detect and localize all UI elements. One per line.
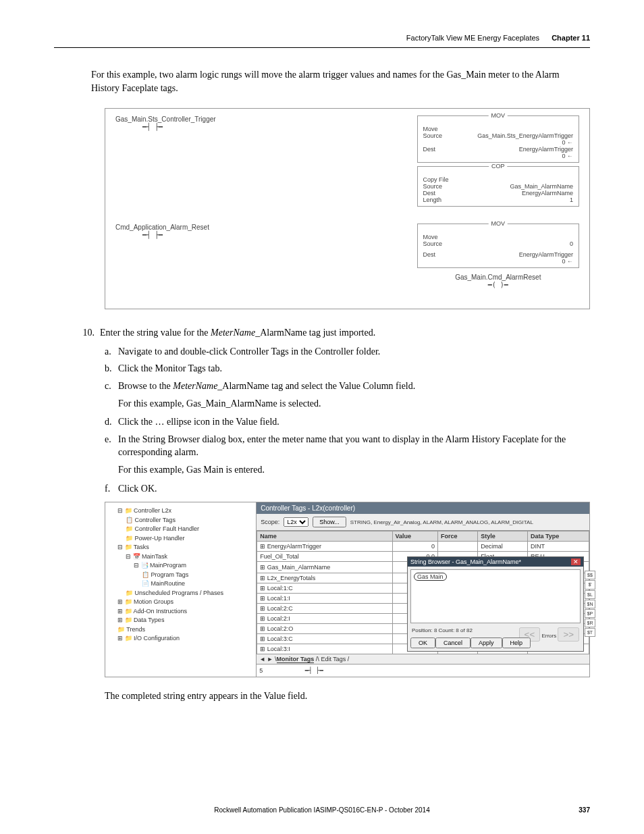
tags-toolbar: Scope: L2x Show... STRING, Energy_Air_An… [257, 514, 589, 531]
help-button[interactable]: Help [502, 637, 531, 648]
mov2-name: Move [423, 234, 573, 240]
col-force[interactable]: Force [437, 531, 477, 542]
tree-trends[interactable]: 📁 Trends [109, 625, 252, 635]
col-datatype[interactable]: Data Type [527, 531, 589, 542]
substep-text: Navigate to and double-click Controller … [118, 345, 590, 359]
next-error-button[interactable]: >> [558, 627, 579, 642]
close-icon[interactable]: ✕ [571, 558, 581, 565]
rung2-tag: Cmd_Application_Alarm_Reset [115, 224, 301, 231]
mov2-dest-val: EnergyAlarmTrigger [519, 251, 573, 258]
tree-tasks[interactable]: ⊟ 📁 Tasks [109, 543, 252, 552]
tree-data-types[interactable]: ⊞ 📁 Data Types [109, 616, 252, 625]
step-number: 10. [78, 326, 100, 340]
cell-name[interactable]: ⊞ Gas_Main_AlarmName [257, 562, 392, 573]
cop-source-val: Gas_Main_AlarmName [510, 183, 573, 190]
scope-select[interactable]: L2x [284, 517, 308, 527]
cancel-button[interactable]: Cancel [435, 637, 471, 648]
cell-name[interactable]: ⊞ Local:3:C [257, 634, 392, 644]
step-10a: a. Navigate to and double-click Controll… [105, 345, 590, 359]
mov-dest-num: 0 ← [562, 153, 573, 159]
string-browser-dialog[interactable]: String Browser - Gas_Main_AlarmName* ✕ G… [407, 556, 584, 652]
step10-prefix: Enter the string value for the [100, 328, 211, 338]
special-char-button[interactable]: $T [585, 628, 595, 637]
xic-contact-icon: ━┤ ├━ [142, 123, 163, 130]
col-name[interactable]: Name [257, 531, 392, 542]
apply-button[interactable]: Apply [471, 637, 502, 648]
special-chars-panel: $$ $' $L $N $P $R $T [585, 571, 595, 637]
mov-source-num: 0 ← [562, 139, 573, 146]
tree-controller-tags[interactable]: 📋 Controller Tags [109, 516, 252, 525]
cell-name[interactable]: ⊞ Local:1:I [257, 594, 392, 604]
table-row[interactable]: ⊞ EnergyAlarmTrigger0DecimalDINT [257, 542, 589, 552]
show-button[interactable]: Show... [313, 517, 346, 527]
cop-dest-label: Dest [423, 190, 436, 197]
string-value-input[interactable]: Gas Main [414, 573, 447, 581]
special-char-button[interactable]: $' [585, 580, 595, 589]
col-value[interactable]: Value [392, 531, 437, 542]
special-char-button[interactable]: $L [585, 590, 595, 599]
mov-dest-val: EnergyAlarmTrigger [519, 146, 573, 153]
tree-unscheduled[interactable]: 📁 Unscheduled Programs / Phases [109, 589, 252, 598]
substep-letter: e. [105, 433, 118, 459]
tree-controller[interactable]: ⊟ 📁 Controller L2x [109, 506, 252, 516]
publication-info: Rockwell Automation Publication IASIMP-Q… [214, 806, 429, 814]
tree-motion-groups[interactable]: ⊞ 📁 Motion Groups [109, 598, 252, 607]
mov-source-label: Source [423, 132, 443, 139]
mov2-label: MOV [489, 220, 508, 227]
cell-name[interactable]: ⊞ Local:2:O [257, 624, 392, 634]
cell-name[interactable]: Fuel_Oil_Total [257, 552, 392, 562]
table-header-row: Name Value Force Style Data Type [257, 531, 589, 542]
special-char-button[interactable]: $R [585, 619, 595, 627]
mov-name: Move [423, 126, 573, 132]
header-doc-title: FactoryTalk View ME Energy Faceplates [406, 34, 539, 42]
tree-powerup-handler[interactable]: 📁 Power-Up Handler [109, 534, 252, 544]
cell-force[interactable] [437, 542, 477, 552]
ok-button[interactable]: OK [410, 637, 435, 648]
substep-letter: b. [105, 362, 118, 375]
tree-fault-handler[interactable]: 📁 Controller Fault Handler [109, 525, 252, 534]
special-char-button[interactable]: $P [585, 609, 595, 618]
tree-addon[interactable]: ⊞ 📁 Add-On Instructions [109, 607, 252, 617]
cell-style[interactable]: Decimal [478, 542, 528, 552]
cop-len-label: Length [423, 197, 442, 203]
step10-suffix: _AlarmName tag just imported. [255, 328, 375, 338]
step-10e-note: For this example, Gas Main is entered. [118, 463, 590, 477]
xic-contact-icon: ━┤ ├━ [142, 231, 163, 238]
cell-name[interactable]: ⊞ Local:2:C [257, 604, 392, 614]
cell-name[interactable]: ⊞ L2x_EnergyTotals [257, 573, 392, 583]
cell-name[interactable]: ⊞ Local:1:C [257, 583, 392, 594]
errors-button[interactable]: Errors [541, 633, 556, 639]
step-text: Enter the string value for the MeterName… [100, 326, 590, 340]
special-char-button[interactable]: $$ [585, 571, 595, 579]
mov-label: MOV [489, 112, 508, 119]
tab-edit[interactable]: Edit Tags [321, 656, 346, 662]
substep-text: Click the … ellipse icon in the Value fi… [118, 415, 590, 429]
mov-source-val: Gas_Main.Sts_EnergyAlarmTrigger [477, 132, 573, 139]
substep-text: Click the Monitor Tags tab. [118, 362, 590, 375]
post-figure-text: The completed string entry appears in th… [105, 691, 590, 702]
tabs-row: ◄ ► \Monitor Tags /\ Edit Tags / [257, 654, 589, 664]
step-10d: d. Click the … ellipse icon in the Value… [105, 415, 590, 429]
controller-tree[interactable]: ⊟ 📁 Controller L2x 📋 Controller Tags 📁 C… [105, 502, 257, 677]
substep-letter: d. [105, 415, 118, 429]
mov2-dest-num: 0 ← [562, 258, 573, 265]
mov-dest-label: Dest [423, 146, 436, 153]
tree-program-tags[interactable]: 📋 Program Tags [109, 571, 252, 580]
cell-name[interactable]: ⊞ Local:3:I [257, 644, 392, 654]
cell-name[interactable]: ⊞ EnergyAlarmTrigger [257, 542, 392, 552]
tree-maintask[interactable]: ⊟ 📅 MainTask [109, 552, 252, 562]
scope-label: Scope: [261, 519, 279, 525]
step10c-prefix: Browse to the [118, 381, 173, 391]
tree-mainprogram[interactable]: ⊟ 📑 MainProgram [109, 561, 252, 571]
tree-mainroutine[interactable]: 📄 MainRoutine [109, 579, 252, 589]
tab-monitor[interactable]: Monitor Tags [277, 656, 315, 663]
xic-contact-icon: ━┤ ├━ [305, 667, 323, 674]
special-char-button[interactable]: $N [585, 600, 595, 608]
step-10f: f. Click OK. [105, 482, 590, 496]
tree-io-config[interactable]: ⊞ 📁 I/O Configuration [109, 634, 252, 644]
col-style[interactable]: Style [478, 531, 528, 542]
cell-dtype[interactable]: DINT [527, 542, 589, 552]
controller-tags-figure: ⊟ 📁 Controller L2x 📋 Controller Tags 📁 C… [105, 502, 590, 677]
cell-value[interactable]: 0 [392, 542, 437, 552]
cell-name[interactable]: ⊞ Local:2:I [257, 614, 392, 624]
